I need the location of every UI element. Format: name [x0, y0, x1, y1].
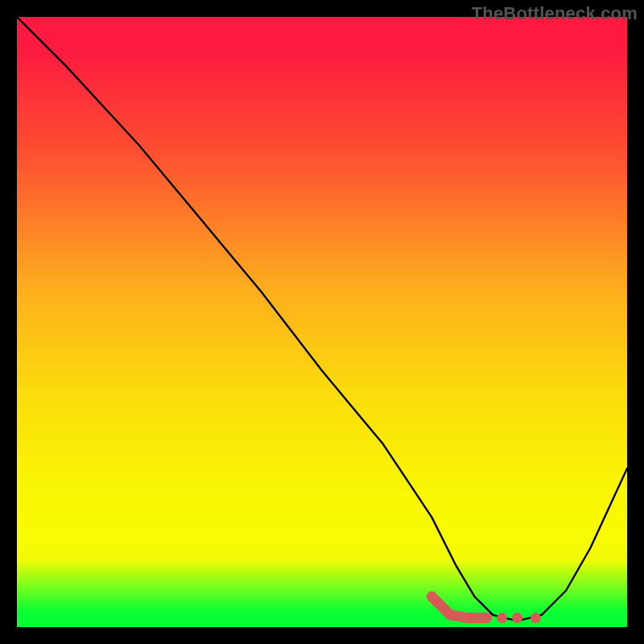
plot-area — [17, 17, 627, 627]
highlight-dot — [497, 613, 507, 623]
highlight-dot — [512, 613, 522, 623]
curve-line — [17, 17, 627, 621]
chart-canvas: TheBottleneck.com — [0, 0, 644, 644]
watermark-text: TheBottleneck.com — [472, 3, 638, 24]
highlight-dot — [530, 613, 541, 623]
chart-svg — [17, 17, 627, 627]
highlight-dots — [497, 613, 541, 623]
